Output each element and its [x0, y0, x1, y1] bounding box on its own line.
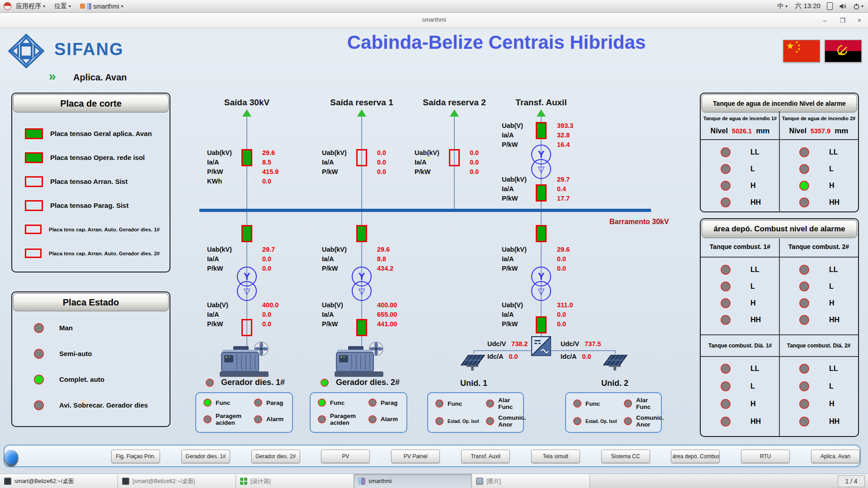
- alarm-level-label: H: [750, 182, 756, 190]
- branch3-breaker-upper[interactable]: [536, 225, 547, 242]
- alarm-led: [721, 197, 731, 207]
- measurement-label: Ia/A: [207, 311, 262, 318]
- brand-name: SIFANG: [54, 40, 123, 59]
- close-button[interactable]: ×: [854, 16, 864, 25]
- status-item: Paragem aciden: [313, 413, 364, 427]
- volume-icon[interactable]: [839, 3, 847, 10]
- power-menu[interactable]: ▾: [853, 3, 863, 10]
- menu-applications-label: 应用程序: [16, 2, 41, 10]
- corte-item-label: Placa tensao Arran. Sist: [50, 178, 127, 185]
- measurement-label: Uab(V): [207, 301, 262, 309]
- nav-button[interactable]: Gerador dies. 2#: [251, 450, 300, 463]
- workspace-pager[interactable]: 1 / 4: [838, 475, 865, 487]
- corte-item-label: Placa tens cap. Arran. Auto. Gerador die…: [49, 227, 160, 232]
- status-led: [435, 399, 443, 408]
- alarm-level-label: HH: [750, 198, 761, 206]
- taskbar-item-label: smarthmi: [368, 478, 392, 484]
- nav-button[interactable]: Transf. Auxil: [461, 450, 510, 463]
- branch2-upper-measurements: Uab(kV)29.6Ia/A8.8P/kW434.2: [322, 244, 430, 273]
- feeder2-breaker[interactable]: [356, 149, 367, 166]
- feeder-name: Saída reserva 1: [330, 98, 393, 108]
- taskbar-item[interactable]: [图片]: [472, 474, 590, 488]
- alarm-led: [721, 298, 731, 308]
- water-tank1-leds: LLLHHH: [701, 144, 779, 211]
- tank-name: Tanque combust. Diá. 1#: [701, 343, 779, 349]
- maximize-button[interactable]: ❐: [838, 16, 848, 25]
- measurement-value: 0.0: [470, 168, 479, 175]
- nav-button[interactable]: Fig. Fiaçao Prin.: [111, 450, 160, 463]
- taskbar-item[interactable]: [设计器]: [236, 474, 354, 488]
- diesel-generator-icon: [335, 340, 389, 379]
- measurement-label: Ia/A: [207, 159, 262, 166]
- nav-button[interactable]: Sistema CC: [601, 450, 650, 463]
- corte-item-label: Placa tensao Parag. Sist: [50, 202, 128, 209]
- dc-voltage-right: Udc/V 737.5: [561, 340, 601, 347]
- generator-title-label: Gerador dies. 2#: [336, 378, 400, 387]
- taskbar-item[interactable]: smart@Belize62:~/桌面: [0, 474, 118, 488]
- menu-places[interactable]: 位置▾: [50, 0, 75, 12]
- menu-window[interactable]: smarthmi▾: [75, 0, 128, 12]
- branch1-breaker-upper[interactable]: [241, 225, 252, 242]
- status-led: [203, 415, 212, 423]
- nav-button[interactable]: área depó. Combust: [671, 450, 720, 463]
- taskbar-item-icon: [476, 478, 483, 485]
- estado-item: Semi-auto: [34, 341, 148, 366]
- feeder1-breaker[interactable]: [241, 149, 252, 166]
- feeder4-breaker-upper[interactable]: [536, 122, 547, 139]
- branch1-breaker-lower[interactable]: [241, 319, 252, 336]
- level-label: Nível: [789, 127, 807, 135]
- taskbar-item[interactable]: [smart@Belize62:~/桌面]: [118, 474, 236, 488]
- tank2-level: Nível 5357.9 mm: [779, 127, 858, 136]
- measurement-value: 415.9: [262, 168, 278, 175]
- measurement-label: Ia/A: [415, 159, 470, 166]
- unit2-status-box: Func Alar Func Estad. Op. Isol Comunic. …: [565, 392, 662, 433]
- nav-button[interactable]: Tela simult: [531, 450, 580, 463]
- distro-menu-icon[interactable]: [4, 2, 11, 10]
- alarm-led: [799, 197, 809, 207]
- branch2-breaker-upper[interactable]: [356, 225, 367, 242]
- nav-button[interactable]: PV: [321, 450, 370, 463]
- feeder-name: Saída 30kV: [224, 98, 269, 108]
- input-method-indicator[interactable]: 中▾: [776, 2, 788, 10]
- measurement-value: 0.0: [557, 255, 566, 263]
- nav-button[interactable]: RTU: [741, 450, 790, 463]
- measurement-value: 0.0: [262, 311, 271, 318]
- breaker-state-box: [25, 176, 43, 187]
- corte-item: Placa tensao Parag. Sist: [25, 193, 160, 217]
- menu-applications[interactable]: 应用程序▾: [11, 0, 50, 12]
- clock[interactable]: 六 13:20: [795, 2, 821, 10]
- alarm-led: [799, 265, 809, 275]
- page-title: Cabinda-Belize Centrais Hibridas: [329, 32, 664, 53]
- status-label: Alar Func: [636, 397, 664, 411]
- breaker-state-box: [25, 249, 42, 258]
- dc-current-right: Idc/A 0.0: [561, 353, 591, 360]
- feeder2-measurements: Uab(kV)0.0Ia/A0.0P/kW0.0: [322, 148, 430, 176]
- nav-button[interactable]: Aplica. Avan: [811, 450, 860, 463]
- feeder-arrow-icon: [450, 109, 459, 117]
- feeder4-breaker-lower[interactable]: [536, 184, 547, 202]
- taskbar-items: smart@Belize62:~/桌面 [smart@Belize62:~/桌面…: [0, 474, 590, 488]
- alarm-level-label: L: [829, 282, 834, 291]
- taskbar-item[interactable]: smarthmi: [354, 474, 472, 488]
- dc-value: 737.5: [585, 340, 601, 347]
- status-led: [624, 417, 632, 425]
- measurement-label: Ia/A: [502, 131, 557, 139]
- corte-item: Placa tensao Arran. Sist: [25, 169, 160, 193]
- nav-button[interactable]: PV Painel: [391, 450, 440, 463]
- nav-button[interactable]: Gerador dies. 1#: [181, 450, 230, 463]
- measurement-value: 0.0: [262, 178, 271, 185]
- display-icon[interactable]: [827, 2, 833, 10]
- measurement-value: 0.0: [377, 149, 386, 156]
- level-label: Nível: [711, 127, 728, 135]
- minimize-button[interactable]: –: [820, 16, 830, 25]
- measurement-value: 29.6: [557, 246, 570, 253]
- measurement-label: P/kW: [207, 168, 262, 175]
- status-item: Parag: [364, 399, 404, 407]
- branch2-breaker-lower[interactable]: [356, 319, 367, 336]
- alarm-led: [799, 181, 809, 191]
- corte-item: Placa tensao Opera. rede isol: [25, 145, 160, 169]
- pv-panel-icon: [603, 352, 628, 371]
- corte-item: Placa tens cap. Arran. Auto. Gerador die…: [25, 241, 160, 265]
- branch3-breaker-lower[interactable]: [536, 316, 547, 333]
- feeder3-breaker[interactable]: [449, 149, 460, 166]
